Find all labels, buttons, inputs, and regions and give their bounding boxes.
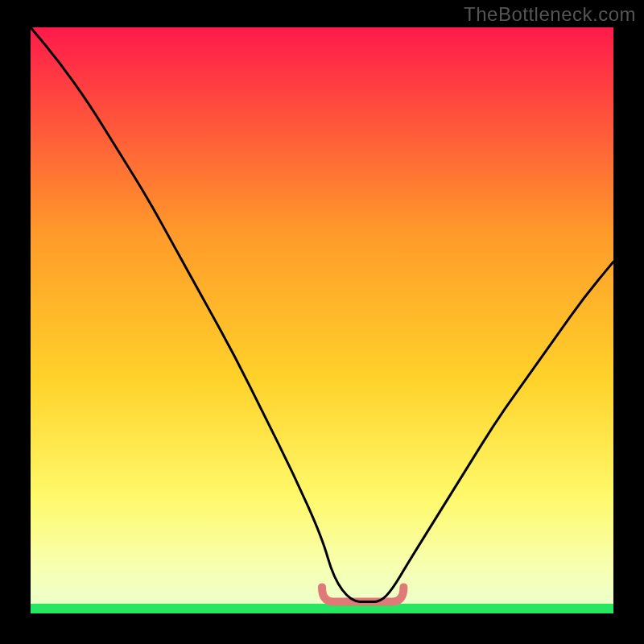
bottleneck-chart [0,0,644,644]
plot-area [31,27,613,613]
chart-stage: TheBottleneck.com [0,0,644,644]
watermark-text: TheBottleneck.com [464,3,636,26]
baseline-strip [31,604,613,613]
